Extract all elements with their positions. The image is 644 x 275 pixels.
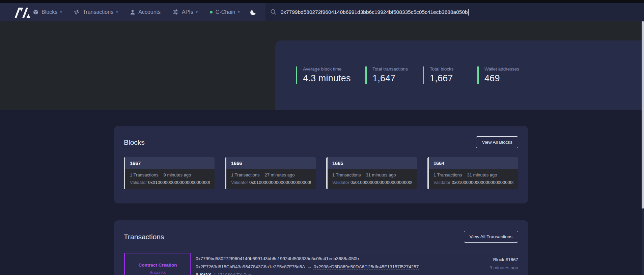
chevron-down-icon: ▾ xyxy=(60,10,62,14)
cube-icon xyxy=(33,9,38,15)
block-number: 1667 xyxy=(125,157,215,169)
nav-label-apis: APIs xyxy=(182,9,193,15)
stat-label: Wallet addresses xyxy=(484,66,519,72)
navbar: Blocks ▾ Transactions ▾ Accounts AP xyxy=(0,3,644,21)
validator-label: Validator xyxy=(231,180,248,185)
nav-item-accounts[interactable]: Accounts xyxy=(130,9,161,15)
stat-label: Average block time xyxy=(303,66,365,72)
transaction-age: 9 minutes ago xyxy=(489,265,518,270)
blocks-section-title: Blocks xyxy=(124,138,145,146)
stat-label: Total blocks xyxy=(430,66,477,72)
api-lines-icon xyxy=(173,9,179,15)
transactions-list: Contract Creation Success 0x7799bd580272… xyxy=(124,251,518,275)
block-cards-row: 1667 1 Transactions9 minutes ago Validat… xyxy=(124,157,518,189)
transaction-status: Success xyxy=(149,270,166,275)
transaction-hash: 0x7799bd580272f9604140b6991d3bb6c19924bf… xyxy=(196,256,489,261)
transaction-type: Contract Creation xyxy=(138,263,177,268)
transaction-fee: 1.1718604 TX Fee xyxy=(214,272,251,275)
stat-value: 1,647 xyxy=(372,73,423,84)
stat-value: 1,667 xyxy=(430,73,477,84)
nav-label-blocks: Blocks xyxy=(41,9,57,15)
transaction-block-link[interactable]: Block #1667 xyxy=(489,257,518,262)
block-number: 1666 xyxy=(226,157,316,169)
block-age: 31 minutes ago xyxy=(467,172,497,177)
block-tx-count: 1 Transactions xyxy=(231,172,260,177)
block-tx-count: 1 Transactions xyxy=(332,172,361,177)
search-value: 0x7799bd580272f9604140b6991d3bb6c19924bf… xyxy=(281,9,468,15)
block-card[interactable]: 1664 1 Transactions31 minutes ago Valida… xyxy=(427,157,518,189)
nav-item-blocks[interactable]: Blocks ▾ xyxy=(33,9,62,15)
stat-total-blocks: Total blocks 1,667 xyxy=(423,66,477,84)
nav-item-apis[interactable]: APIs ▾ xyxy=(173,9,198,15)
validator-address: 0x010000000000000000000000... xyxy=(351,180,412,185)
block-age: 31 minutes ago xyxy=(366,172,396,177)
scrollbar-thumb[interactable] xyxy=(642,21,644,209)
transaction-value: 0 AVAX xyxy=(196,272,211,275)
block-tx-count: 1 Transactions xyxy=(130,172,159,177)
nav-menu: Blocks ▾ Transactions ▾ Accounts AP xyxy=(33,9,240,15)
block-number: 1664 xyxy=(429,157,518,169)
text-caret xyxy=(468,9,469,16)
from-address: 0x2E7263d815CbB43a9647843C8a1e2F5c87F75d… xyxy=(196,264,305,269)
validator-address: 0x010000000000000000000000... xyxy=(148,180,210,185)
network-stats-card: Average block time 4.3 minutes Total tra… xyxy=(275,40,644,110)
block-card[interactable]: 1665 1 Transactions31 minutes ago Valida… xyxy=(326,157,417,189)
stat-value: 4.3 minutes xyxy=(303,73,365,84)
block-number: 1665 xyxy=(328,157,417,169)
search-input[interactable]: 0x7799bd580272f9604140b6991d3bb6c19924bf… xyxy=(265,3,644,21)
block-age: 9 minutes ago xyxy=(164,172,191,177)
blocks-section: Blocks View All Blocks 1667 1 Transactio… xyxy=(114,126,528,203)
block-age: 27 minutes ago xyxy=(265,172,295,177)
block-tx-count: 1 Transactions xyxy=(433,172,462,177)
transaction-details: 0x7799bd580272f9604140b6991d3bb6c19924bf… xyxy=(196,253,489,275)
stat-total-transactions: Total transactions 1,647 xyxy=(365,66,423,84)
chevron-down-icon: ▾ xyxy=(196,10,198,14)
nav-item-transactions[interactable]: Transactions ▾ xyxy=(74,9,118,15)
arrow-right-icon: → xyxy=(307,264,312,269)
top-edge-strip xyxy=(0,0,644,3)
chevron-down-icon: ▾ xyxy=(116,10,118,14)
magnifier-icon xyxy=(270,9,277,15)
stat-wallet-addresses: Wallet addresses 469 xyxy=(477,66,519,84)
hero-banner: Average block time 4.3 minutes Total tra… xyxy=(0,21,644,110)
stat-label: Total transactions xyxy=(372,66,423,72)
page-scrollbar[interactable] xyxy=(642,21,644,275)
nav-item-chain-select[interactable]: C-Chain ▾ xyxy=(210,9,240,15)
transaction-row[interactable]: Contract Creation Success 0x7799bd580272… xyxy=(124,253,518,275)
green-status-dot xyxy=(210,11,213,13)
avalanche-logo[interactable] xyxy=(13,6,33,19)
transactions-section-title: Transactions xyxy=(124,233,164,241)
chevron-down-icon: ▾ xyxy=(238,10,240,14)
person-icon xyxy=(130,9,135,15)
nav-label-accounts: Accounts xyxy=(138,9,161,15)
stat-value: 469 xyxy=(484,73,519,84)
validator-label: Validator xyxy=(433,180,450,185)
nav-label-transactions: Transactions xyxy=(83,9,113,15)
nav-label-chain: C-Chain xyxy=(216,9,235,15)
theme-toggle-button[interactable] xyxy=(250,9,257,16)
block-card[interactable]: 1667 1 Transactions9 minutes ago Validat… xyxy=(124,157,215,189)
validator-address: 0x010000000000000000000000... xyxy=(452,180,513,185)
view-all-blocks-button[interactable]: View All Blocks xyxy=(476,136,518,148)
block-card[interactable]: 1666 1 Transactions27 minutes ago Valida… xyxy=(225,157,316,189)
validator-address: 0x010000000000000000000000... xyxy=(249,180,311,185)
moon-icon xyxy=(250,9,257,16)
validator-label: Validator xyxy=(130,180,147,185)
transaction-status-box: Contract Creation Success xyxy=(124,253,191,275)
to-address-link[interactable]: 0x2938eD5D869e50DA6f125dfc45F13157f52742… xyxy=(314,264,419,269)
stat-average-block-time: Average block time 4.3 minutes xyxy=(296,66,365,84)
validator-label: Validator xyxy=(332,180,349,185)
view-all-transactions-button[interactable]: View All Transactions xyxy=(464,231,518,243)
swap-icon xyxy=(74,9,80,15)
transactions-section: Transactions View All Transactions Contr… xyxy=(114,220,528,275)
